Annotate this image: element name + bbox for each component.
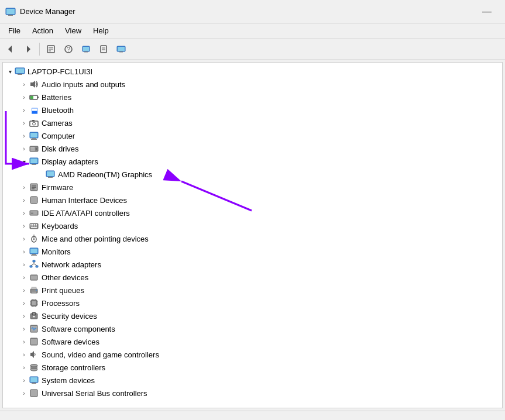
usb-expand-icon[interactable]: ›: [19, 388, 29, 398]
tree-item-sound[interactable]: › Sound, video and game controllers: [3, 348, 502, 361]
toolbar: ?: [0, 39, 505, 60]
properties-button[interactable]: [43, 41, 59, 57]
security-expand-icon[interactable]: ›: [19, 311, 29, 321]
uninstall-button[interactable]: [95, 41, 112, 57]
svg-rect-13: [84, 51, 88, 53]
storage-expand-icon[interactable]: ›: [19, 363, 29, 372]
softwaredev-expand-icon[interactable]: ›: [19, 337, 29, 346]
tree-item-display[interactable]: ▾ Display adapters: [3, 155, 502, 168]
ide-expand-icon[interactable]: ›: [19, 208, 29, 218]
security-icon: [29, 311, 39, 321]
svg-point-113: [30, 369, 37, 371]
computer-expand-icon[interactable]: ›: [19, 131, 29, 140]
disk-expand-icon[interactable]: ›: [19, 144, 29, 153]
display-expand-icon[interactable]: ▾: [19, 157, 29, 166]
tree-item-network[interactable]: › Network adapters: [3, 258, 502, 271]
batteries-expand-icon[interactable]: ›: [19, 92, 29, 102]
tree-item-cameras[interactable]: › Cameras: [3, 116, 502, 129]
menu-view[interactable]: View: [59, 24, 87, 38]
menu-action[interactable]: Action: [26, 24, 59, 38]
tree-item-system[interactable]: › System devices: [3, 374, 502, 387]
tree-item-batteries[interactable]: › Batteries: [3, 91, 502, 104]
mice-expand-icon[interactable]: ›: [19, 234, 29, 243]
tree-item-usb[interactable]: › Universal Serial Bus controllers: [3, 387, 502, 400]
svg-rect-67: [31, 227, 37, 228]
svg-rect-62: [36, 224, 37, 225]
menu-file[interactable]: File: [2, 24, 26, 38]
tree-item-monitors[interactable]: › Monitors: [3, 245, 502, 258]
svg-rect-18: [118, 47, 125, 51]
monitors-expand-icon[interactable]: ›: [19, 247, 29, 256]
back-button[interactable]: [2, 41, 19, 57]
tree-item-bluetooth[interactable]: › ⬓ Bluetooth: [3, 104, 502, 116]
system-icon: [29, 375, 39, 385]
scan-button[interactable]: [113, 41, 129, 57]
root-label: LAPTOP-FCL1UI3I: [28, 67, 92, 76]
display-label: Display adapters: [42, 157, 98, 166]
other-expand-icon[interactable]: ›: [19, 273, 29, 282]
tree-item-firmware[interactable]: › Firmware: [3, 181, 502, 194]
tree-item-disk[interactable]: › Disk drives: [3, 142, 502, 155]
svg-text:?: ?: [67, 46, 71, 53]
tree-item-hid[interactable]: › Human Interface Devices: [3, 194, 502, 206]
sound-expand-icon[interactable]: ›: [19, 350, 29, 359]
minimize-button[interactable]: —: [473, 2, 500, 21]
tree-item-amd[interactable]: AMD Radeon(TM) Graphics: [3, 168, 502, 181]
processors-expand-icon[interactable]: ›: [19, 298, 29, 308]
update-driver-button[interactable]: [78, 41, 94, 57]
tree-item-audio[interactable]: › Audio inputs and outputs: [3, 78, 502, 91]
tree-item-softwarecomp[interactable]: › Software components: [3, 322, 502, 335]
system-label: System devices: [42, 376, 95, 385]
system-expand-icon[interactable]: ›: [19, 376, 29, 385]
tree-item-processors[interactable]: ›: [3, 297, 502, 309]
network-expand-icon[interactable]: ›: [19, 260, 29, 269]
hid-icon: [29, 195, 39, 205]
amd-icon: [45, 169, 56, 180]
tree-view[interactable]: ▾ LAPTOP-FCL1UI3I ›: [3, 63, 502, 408]
other-label: Other devices: [42, 273, 88, 282]
computer-icon: [29, 130, 39, 141]
title-bar: Device Manager —: [0, 0, 505, 23]
menu-help[interactable]: Help: [87, 24, 115, 38]
tree-item-other[interactable]: › Other devices: [3, 271, 502, 284]
print-expand-icon[interactable]: ›: [19, 285, 29, 295]
usb-icon: [29, 388, 39, 398]
svg-rect-30: [32, 120, 35, 122]
sound-icon: [29, 349, 39, 360]
bluetooth-expand-icon[interactable]: ›: [19, 105, 29, 115]
svg-rect-32: [30, 133, 37, 137]
svg-rect-75: [31, 255, 37, 256]
softwaredev-icon: [29, 336, 39, 347]
keyboards-expand-icon[interactable]: ›: [19, 221, 29, 230]
mice-icon: [29, 233, 39, 244]
tree-item-ide[interactable]: › IDE ATA/ATAPI controllers: [3, 206, 502, 219]
root-expand-icon[interactable]: ▾: [5, 67, 15, 76]
help-button[interactable]: ?: [60, 41, 77, 57]
forward-button[interactable]: [20, 41, 36, 57]
security-label: Security devices: [42, 312, 97, 321]
tree-item-storage[interactable]: › Storage controllers: [3, 361, 502, 374]
svg-rect-59: [30, 224, 32, 225]
tree-item-softwaredev[interactable]: › Software devices: [3, 335, 502, 348]
disk-label: Disk drives: [42, 144, 79, 153]
tree-item-keyboards[interactable]: › Keyboards: [3, 219, 502, 232]
hid-expand-icon[interactable]: ›: [19, 195, 29, 205]
bluetooth-label: Bluetooth: [42, 106, 74, 115]
audio-expand-icon[interactable]: ›: [19, 80, 29, 89]
root-icon: [15, 66, 25, 77]
svg-rect-2: [6, 9, 15, 14]
tree-item-print[interactable]: › Print queues: [3, 284, 502, 297]
cameras-expand-icon[interactable]: ›: [19, 118, 29, 128]
tree-root[interactable]: ▾ LAPTOP-FCL1UI3I: [3, 65, 502, 78]
network-icon: [29, 259, 39, 270]
svg-point-71: [33, 239, 35, 240]
softwarecomp-expand-icon[interactable]: ›: [19, 324, 29, 333]
audio-icon: [29, 79, 39, 89]
firmware-expand-icon[interactable]: ›: [19, 183, 29, 192]
svg-rect-46: [48, 177, 53, 178]
svg-point-88: [36, 290, 37, 291]
tree-item-computer[interactable]: › Computer: [3, 129, 502, 142]
svg-rect-51: [32, 188, 35, 190]
tree-item-security[interactable]: › Security devices: [3, 309, 502, 322]
tree-item-mice[interactable]: › Mice and other pointing devices: [3, 232, 502, 245]
